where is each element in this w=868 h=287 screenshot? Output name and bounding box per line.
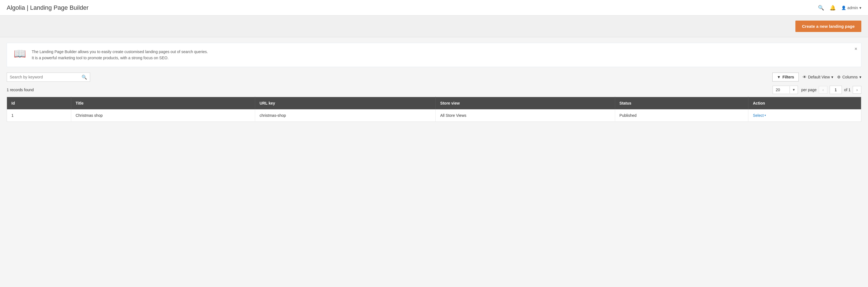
columns-label: Columns: [842, 75, 858, 79]
col-title: Title: [71, 97, 255, 109]
filter-funnel-icon: ▼: [777, 75, 781, 79]
info-box: 📖 The Landing Page Builder allows you to…: [7, 43, 861, 67]
admin-label-text: admin: [847, 6, 858, 10]
cell-url-key: christmas-shop: [255, 109, 435, 122]
view-chevron-icon: ▾: [831, 75, 833, 79]
per-page-select: 20 50 100 ▼: [773, 86, 798, 94]
page-title: Algolia | Landing Page Builder: [7, 4, 89, 11]
admin-menu[interactable]: 👤 admin ▾: [841, 6, 861, 10]
records-found: 1 records found: [7, 88, 34, 92]
columns-chevron-icon: ▾: [859, 75, 861, 79]
cell-store-view: All Store Views: [436, 109, 615, 122]
next-page-button[interactable]: ›: [853, 86, 861, 94]
cell-title: Christmas shop: [71, 109, 255, 122]
header: Algolia | Landing Page Builder 🔍 🔔 👤 adm…: [0, 0, 868, 15]
col-store-view: Store view: [436, 97, 615, 109]
book-icon: 📖: [13, 49, 26, 59]
of-label: of 1: [844, 88, 850, 92]
action-bar: Create a new landing page: [0, 15, 868, 37]
search-input[interactable]: [10, 75, 82, 79]
user-icon: 👤: [841, 6, 846, 10]
search-icon[interactable]: 🔍: [818, 5, 824, 11]
filter-controls: ▼ Filters 👁 Default View ▾ ⚙ Columns ▾: [772, 72, 861, 82]
info-line2: It is a powerful marketing tool to promo…: [32, 55, 208, 61]
info-text-block: The Landing Page Builder allows you to e…: [32, 49, 208, 61]
default-view-button[interactable]: 👁 Default View ▾: [803, 75, 833, 79]
default-view-label: Default View: [808, 75, 830, 79]
bell-icon[interactable]: 🔔: [830, 5, 836, 11]
search-input-wrap: 🔍: [7, 72, 90, 82]
col-id: Id: [7, 97, 71, 109]
per-page-dropdown[interactable]: 20 50 100: [773, 86, 789, 94]
cell-id: 1: [7, 109, 71, 122]
records-row: 1 records found 20 50 100 ▼ per page ‹ o…: [7, 86, 861, 94]
header-icons: 🔍 🔔 👤 admin ▾: [818, 5, 861, 11]
landing-pages-table: Id Title URL key Store view Status Actio…: [7, 97, 861, 122]
info-close-button[interactable]: ×: [855, 46, 857, 52]
info-line1: The Landing Page Builder allows you to e…: [32, 49, 208, 55]
table-header: Id Title URL key Store view Status Actio…: [7, 97, 861, 109]
per-page-arrow-icon: ▼: [789, 86, 798, 93]
per-page-label: per page: [801, 88, 816, 92]
search-filter-bar: 🔍 ▼ Filters 👁 Default View ▾ ⚙ Columns ▾: [7, 72, 861, 82]
filters-label: Filters: [782, 75, 794, 79]
gear-icon: ⚙: [837, 75, 841, 79]
create-landing-page-button[interactable]: Create a new landing page: [796, 21, 861, 32]
col-action: Action: [748, 97, 861, 109]
eye-icon: 👁: [803, 75, 807, 79]
search-submit-icon[interactable]: 🔍: [82, 74, 87, 80]
col-status: Status: [615, 97, 748, 109]
columns-button[interactable]: ⚙ Columns ▾: [837, 75, 861, 79]
col-url-key: URL key: [255, 97, 435, 109]
filters-button[interactable]: ▼ Filters: [772, 72, 799, 82]
cell-status: Published: [615, 109, 748, 122]
admin-dropdown-icon: ▾: [859, 6, 861, 10]
action-select-dropdown[interactable]: Select ▾: [753, 113, 766, 118]
cell-action: Select ▾: [748, 109, 861, 122]
pagination: 20 50 100 ▼ per page ‹ of 1 ›: [773, 86, 861, 94]
action-chevron-icon: ▾: [765, 114, 766, 117]
main-content: 🔍 ▼ Filters 👁 Default View ▾ ⚙ Columns ▾…: [0, 72, 868, 128]
prev-page-button[interactable]: ‹: [819, 86, 827, 94]
table-row: 1 Christmas shop christmas-shop All Stor…: [7, 109, 861, 122]
table-body: 1 Christmas shop christmas-shop All Stor…: [7, 109, 861, 122]
current-page-input[interactable]: [830, 86, 842, 94]
select-link[interactable]: Select: [753, 113, 764, 118]
